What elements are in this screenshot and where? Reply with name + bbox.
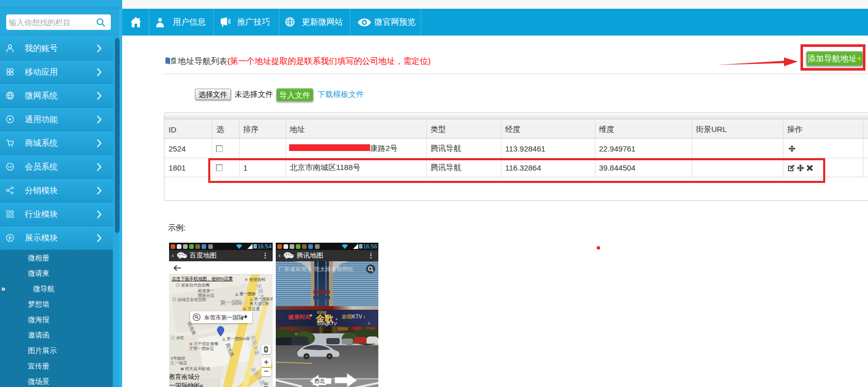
svg-text:VIP: VIP	[8, 165, 13, 169]
